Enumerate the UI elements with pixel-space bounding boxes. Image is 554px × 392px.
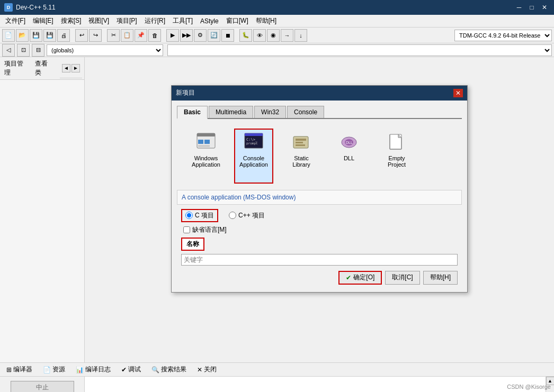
tb-debug-btn[interactable]: 🐛	[239, 29, 252, 42]
tb-paste-btn[interactable]: 📌	[135, 29, 147, 42]
menu-file[interactable]: 文件[F]	[2, 15, 29, 26]
checkbox-row: 缺省语言[M]	[181, 225, 458, 234]
dtab-console[interactable]: Console	[287, 106, 324, 118]
radio-cpp-group[interactable]: C++ 项目	[229, 211, 265, 220]
close-button[interactable]: ✕	[539, 3, 550, 12]
tb-saveall-btn[interactable]: 💾	[43, 29, 56, 42]
console-app-icon[interactable]: C:\>_ prompt Console Application	[235, 130, 272, 183]
tab-resources[interactable]: 📄 资源	[39, 364, 69, 375]
static-lib-img	[291, 132, 312, 153]
windows-app-label: Windows Application	[192, 155, 220, 168]
cancel-button[interactable]: 取消[C]	[385, 271, 419, 285]
sidebar-tab-project[interactable]: 项目管理	[2, 58, 31, 78]
cancel-label: 取消[C]	[392, 273, 413, 282]
debug-icon: ✔	[121, 366, 127, 373]
menu-view[interactable]: 视图[V]	[85, 15, 112, 26]
tb-break-btn[interactable]: ◉	[267, 29, 280, 42]
windows-app-img	[195, 132, 217, 153]
watermark: CSDN @Kisorge	[507, 384, 551, 390]
radio-c-group[interactable]: C 项目	[185, 211, 214, 220]
nav-left-arrow[interactable]: ◄	[62, 64, 70, 72]
dll-icon[interactable]: DLL DLL	[330, 130, 368, 183]
menu-tools[interactable]: 工具[T]	[169, 15, 196, 26]
name-row: 名称	[181, 238, 458, 251]
app-title: Dev-C++ 5.11	[16, 4, 56, 11]
dialog-bottom: C 项目 C++ 项目 缺省语言[M]	[177, 207, 462, 268]
tab-debug[interactable]: ✔ 调试	[117, 364, 145, 375]
tb2-btn1[interactable]: ◁	[2, 44, 15, 57]
svg-rect-11	[296, 142, 303, 143]
dll-label: DLL	[344, 155, 354, 161]
help-button[interactable]: 帮助[H]	[423, 271, 458, 285]
windows-app-icon[interactable]: Windows Application	[187, 130, 225, 183]
compiler-dropdown[interactable]: TDM-GCC 4.9.2 64-bit Release	[454, 30, 552, 41]
menu-search[interactable]: 搜索[S]	[58, 15, 85, 26]
dialog-titlebar: 新项目 ✕	[172, 86, 467, 101]
tb-open-btn[interactable]: 📂	[16, 29, 29, 42]
app-icon: D	[4, 3, 13, 12]
tab-search-results[interactable]: 🔍 搜索结果	[147, 364, 191, 375]
menu-edit[interactable]: 编辑[E]	[30, 15, 57, 26]
maximize-button[interactable]: □	[526, 3, 537, 12]
menu-project[interactable]: 项目[P]	[113, 15, 140, 26]
tb-addwatch-btn[interactable]: 👁	[253, 29, 266, 42]
dialog-close-btn[interactable]: ✕	[453, 89, 463, 97]
tb-rebuild-btn[interactable]: 🔄	[208, 29, 220, 42]
tab-close-label: 关闭	[204, 365, 217, 374]
dtab-multimedia[interactable]: Multimedia	[209, 106, 253, 118]
ok-button[interactable]: ✔ 确定[O]	[338, 271, 382, 285]
tb-compilerun-btn[interactable]: ⚙	[194, 29, 207, 42]
menu-window[interactable]: 窗口[W]	[223, 15, 252, 26]
menubar: 文件[F] 编辑[E] 搜索[S] 视图[V] 项目[P] 运行[R] 工具[T…	[0, 15, 554, 28]
function-dropdown[interactable]	[167, 44, 552, 56]
tab-compiler[interactable]: ⊞ 编译器	[2, 364, 37, 375]
tab-close[interactable]: ✕ 关闭	[193, 364, 221, 375]
content-area: 新项目 ✕ Basic Multimedia Win32 Console	[85, 57, 554, 362]
empty-project-label: Empty Project	[380, 155, 413, 168]
tb2-btn3[interactable]: ⊟	[32, 44, 44, 57]
tb-new-btn[interactable]: 📄	[2, 29, 15, 42]
dll-img: DLL	[338, 132, 360, 153]
svg-rect-2	[198, 140, 203, 144]
bottom-tabs: ⊞ 编译器 📄 资源 📊 编译日志 ✔ 调试 🔍 搜索结果 ✕ 关闭	[0, 362, 554, 376]
radio-c-highlighted: C 项目	[181, 209, 218, 222]
tab-compile-log[interactable]: 📊 编译日志	[72, 364, 115, 375]
tb-cut-btn[interactable]: ✂	[107, 29, 120, 42]
menu-run[interactable]: 运行[R]	[141, 15, 168, 26]
tb-undo-btn[interactable]: ↩	[75, 29, 88, 42]
tb-stop-btn[interactable]: ⏹	[221, 29, 234, 42]
menu-help[interactable]: 帮助[H]	[253, 15, 280, 26]
dtab-win32[interactable]: Win32	[254, 106, 286, 118]
radio-c[interactable]	[185, 212, 193, 219]
toolbar1: 📄 📂 💾 💾 🖨 ↩ ↪ ✂ 📋 📌 🗑 ▶ ▶▶ ⚙ 🔄 ⏹ 🐛 👁 ◉ →…	[0, 28, 554, 43]
radio-cpp[interactable]	[229, 212, 236, 219]
minimize-button[interactable]: ─	[514, 3, 524, 12]
tb-save-btn[interactable]: 💾	[30, 29, 42, 42]
scope-dropdown[interactable]: (globals)	[47, 44, 163, 56]
tab-compiler-label: 编译器	[13, 365, 32, 374]
tb-print-btn[interactable]: 🖨	[57, 29, 70, 42]
radio-cpp-label: C++ 项目	[238, 211, 265, 220]
resources-icon: 📄	[43, 366, 51, 373]
tb-step-btn[interactable]: ↓	[294, 29, 307, 42]
tb-compile-btn[interactable]: ▶	[166, 29, 179, 42]
tb-delete-btn[interactable]: 🗑	[148, 29, 161, 42]
tb-redo-btn[interactable]: ↪	[89, 29, 102, 42]
stop-button[interactable]: 中止	[11, 381, 74, 392]
keyword-input[interactable]	[181, 254, 458, 266]
tb-copy-btn[interactable]: 📋	[121, 29, 133, 42]
search-results-icon: 🔍	[151, 366, 159, 373]
sidebar-tab-class[interactable]: 查看类	[33, 58, 56, 78]
tb2-btn2[interactable]: ⊡	[17, 44, 30, 57]
tb-run-btn[interactable]: ▶▶	[180, 29, 193, 42]
nav-right-arrow[interactable]: ►	[72, 64, 80, 72]
tb-next-btn[interactable]: →	[281, 29, 293, 42]
menu-astyle[interactable]: AStyle	[197, 16, 222, 26]
dialog-buttons: ✔ 确定[O] 取消[C] 帮助[H]	[177, 268, 462, 287]
static-lib-icon[interactable]: Static Library	[283, 130, 320, 183]
dtab-basic[interactable]: Basic	[177, 106, 208, 119]
svg-rect-10	[296, 139, 306, 141]
default-language-checkbox[interactable]	[183, 226, 190, 233]
empty-project-icon[interactable]: Empty Project	[378, 130, 415, 183]
bottom-left-panel: 中止	[0, 376, 85, 392]
